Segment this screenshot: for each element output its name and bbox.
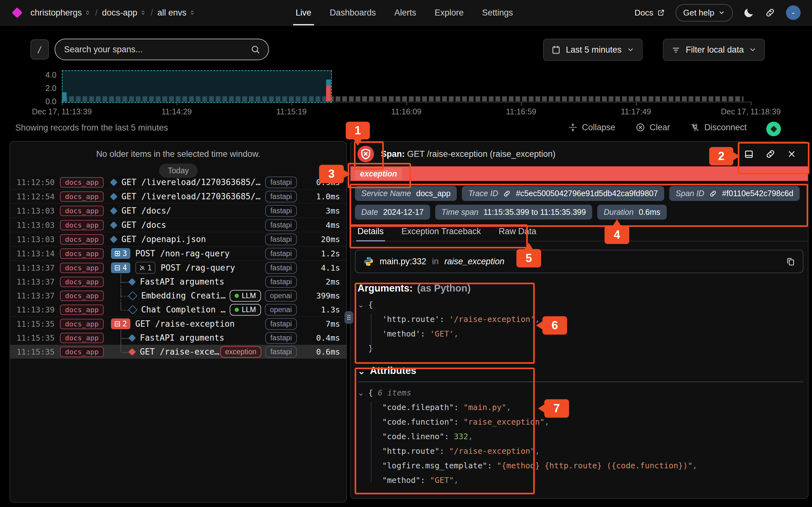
span-name: GET /raise-exception [136, 319, 235, 329]
code-token: : [454, 403, 463, 412]
meta-trace-id: Trace ID#c5ec5005042796e91d5db42ca9fd980… [462, 186, 664, 201]
exception-waterfall-bar[interactable]: exception [351, 166, 808, 181]
span-time: 11:15:35 [16, 320, 57, 329]
user-avatar[interactable]: - [786, 5, 801, 20]
breadcrumb-label: docs-app [102, 8, 137, 18]
span-row[interactable]: 11:15:35docs_app⊟2GET /raise-exceptionfa… [10, 317, 346, 331]
link-icon[interactable] [709, 190, 717, 198]
x-axis-tick-label: 11:14:29 [161, 107, 192, 116]
showing-records-label: Showing records from the last 5 minutes [15, 123, 168, 133]
attributes-section: ⌄ Attributes ⌄{ 6 items"code.filepath": … [355, 365, 803, 487]
span-row-right: fastapi2ms [265, 276, 340, 288]
x-axis-tick [406, 102, 407, 106]
detail-tab-details[interactable]: Details [356, 225, 385, 241]
nav-tab-settings[interactable]: Settings [482, 0, 513, 25]
disconnect-button[interactable]: Disconnect [690, 123, 747, 132]
tag-fastapi: fastapi [265, 346, 297, 358]
span-time: 11:13:37 [16, 263, 57, 273]
exception-tag: exception [355, 168, 402, 180]
span-time: 11:15:35 [16, 333, 57, 343]
logfire-logo-icon[interactable] [12, 7, 22, 18]
span-row[interactable]: 11:13:14docs_app⊞3POST /non-rag-queryfas… [10, 246, 346, 261]
breadcrumb-item-docs-app[interactable]: docs-app [102, 8, 146, 18]
nav-tab-alerts[interactable]: Alerts [394, 0, 416, 25]
span-row[interactable]: 11:12:54docs_appGET /livereload/12703636… [10, 189, 346, 204]
span-title-text: GET /raise-exception (raise_exception) [407, 149, 556, 159]
collapse-caret-icon[interactable]: ⌄ [357, 365, 365, 377]
span-row[interactable]: 11:12:50docs_appGET /livereload/12703636… [10, 175, 346, 189]
connection-status-indicator[interactable] [766, 122, 781, 136]
detail-tab-exception-traceback[interactable]: Exception Traceback [400, 225, 483, 241]
list-header: No older items in the selected time wind… [10, 142, 346, 175]
span-row[interactable]: 11:13:03docs_appGET /docsfastapi4ms [10, 218, 346, 232]
clear-button[interactable]: Clear [636, 123, 670, 132]
collapse-caret-icon[interactable]: ⌄ [357, 300, 368, 309]
filter-local-data-button[interactable]: Filter local data [663, 39, 765, 61]
span-row[interactable]: 11:13:03docs_appGET /docs/fastapi3ms [10, 204, 346, 218]
span-row[interactable]: 11:13:37docs_appEmbedding Creation wit…L… [10, 289, 346, 302]
expand-collapse-icon: ⊟ [114, 264, 120, 272]
detail-tab-raw-data[interactable]: Raw Data [497, 225, 538, 241]
span-main: FastAPI arguments [111, 331, 265, 345]
collapse-button[interactable]: Collapse [568, 123, 615, 132]
x-axis-tick [636, 102, 637, 106]
span-row[interactable]: 11:15:35docs_appFastAPI argumentsfastapi… [10, 331, 346, 345]
nav-tab-explore[interactable]: Explore [435, 0, 464, 25]
span-row[interactable]: 11:13:03docs_appGET /openapi.jsonfastapi… [10, 232, 346, 246]
y-axis-tick-label: 4.0 [38, 70, 56, 79]
span-row[interactable]: 11:15:35docs_appGET /raise-exception …ex… [10, 345, 346, 359]
share-link-icon[interactable] [765, 8, 775, 18]
code-token: "code.filepath" [382, 403, 454, 412]
meta-label: Date [361, 208, 378, 217]
span-main: GET /raise-exception … [111, 345, 220, 359]
meta-time-span: Time span11:15:35.399 to 11:15:35.399 [435, 205, 592, 220]
children-count-badge[interactable]: ⊞3 [111, 248, 131, 259]
nav-tab-dashboards[interactable]: Dashboards [330, 0, 376, 25]
code-token: "http.route" [382, 447, 440, 456]
close-icon[interactable] [787, 149, 797, 159]
dock-panel-icon[interactable] [744, 149, 754, 159]
collapse-label: Collapse [582, 123, 615, 132]
link-icon[interactable] [503, 190, 511, 198]
time-selection-window[interactable] [62, 70, 332, 103]
chevron-down-icon [627, 46, 635, 54]
span-row[interactable]: 11:13:37docs_appFastAPI argumentsfastapi… [10, 275, 346, 289]
dark-mode-moon-icon[interactable] [744, 7, 754, 18]
span-duration: 4.1s [301, 263, 340, 273]
span-main: ⊟2GET /raise-exception [111, 317, 265, 331]
filter-label: Filter local data [686, 45, 744, 55]
breadcrumb-item-all-envs[interactable]: all envs [157, 8, 195, 18]
docs-link[interactable]: Docs [635, 8, 664, 18]
y-axis-tick-label: 0.0 [38, 97, 56, 106]
x-axis-tick-label: 11:16:59 [506, 107, 536, 116]
code-token: 'method' [382, 329, 420, 338]
source-file[interactable]: main.py:332 [380, 257, 426, 267]
span-row-right: fastapi20ms [265, 233, 340, 245]
span-time: 11:13:03 [16, 235, 57, 244]
breadcrumb-item-christophergs[interactable]: christophergs [31, 8, 91, 18]
top-nav: christophergs/docs-app/all envs LiveDash… [0, 0, 812, 26]
copy-icon[interactable] [786, 257, 795, 266]
span-time: 11:13:37 [16, 291, 57, 300]
children-count-badge[interactable]: ⊟4 [111, 262, 131, 273]
time-range-button[interactable]: Last 5 minutes [543, 39, 643, 61]
panel-resize-handle[interactable] [345, 311, 353, 324]
children-count-badge[interactable]: ⊟2 [111, 319, 131, 329]
x-axis-tick-label: 11:17:49 [621, 107, 651, 116]
tag-label: LLM [242, 305, 256, 314]
nav-tab-live[interactable]: Live [296, 0, 311, 25]
x-axis-tick [177, 102, 177, 106]
meta-label: Service Name [361, 189, 411, 198]
code-token: , [454, 475, 459, 485]
copy-link-icon[interactable] [765, 149, 775, 159]
span-list-panel: No older items in the selected time wind… [9, 141, 347, 503]
span-row[interactable]: 11:13:37docs_app⊟41POST /rag-queryfastap… [10, 261, 346, 275]
span-row-right: fastapi0.4ms [265, 332, 340, 344]
annotation-number-1: 1 [346, 122, 370, 139]
collapse-caret-icon[interactable]: ⌄ [357, 388, 368, 397]
get-help-button[interactable]: Get help [676, 4, 733, 21]
search-input[interactable] [63, 44, 251, 55]
service-badge: docs_app [60, 263, 104, 273]
span-row[interactable]: 11:13:39docs_appChat Completion with '…L… [10, 302, 346, 317]
span-time: 11:15:35 [16, 347, 57, 356]
